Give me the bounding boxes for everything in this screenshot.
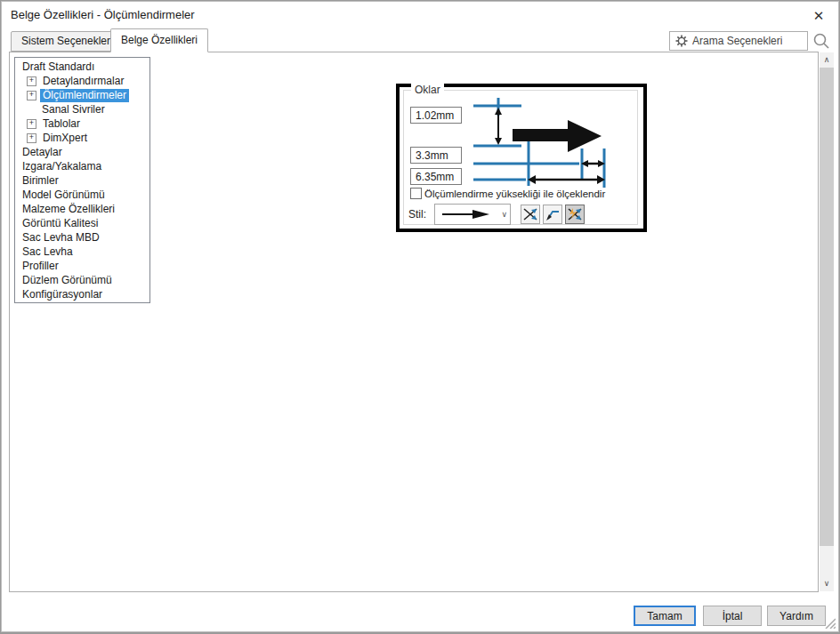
close-icon[interactable] (810, 7, 828, 25)
sidebar-item-sac-levha[interactable]: Sac Levha (15, 245, 149, 259)
search-input[interactable]: Arama Seçenekleri (669, 31, 808, 51)
dialog-title: Belge Özellikleri - Ölçümlendirmeler (11, 8, 195, 21)
sidebar-item-izgara-yakalama[interactable]: Izgara/Yakalama (15, 159, 149, 173)
arrow-style-label: Stil: (408, 208, 426, 221)
tab-document-properties[interactable]: Belge Özellikleri (110, 28, 208, 52)
expand-icon[interactable] (27, 133, 36, 143)
sidebar-item-draft-standardi[interactable]: Draft Standardı (15, 60, 149, 74)
sidebar-item-malzeme-ozellikleri[interactable]: Malzeme Özellikleri (15, 202, 149, 216)
sidebar-item-sanal-sivriler[interactable]: Sanal Sivriler (15, 102, 149, 116)
bent-leader-button[interactable] (543, 205, 562, 224)
scrollbar-thumb[interactable] (820, 68, 834, 546)
expand-icon[interactable] (27, 91, 36, 100)
gear-icon (675, 35, 688, 47)
scale-with-dimension-height-label: Ölçümlendirme yüksekliği ile ölçeklendir (424, 189, 605, 199)
sidebar-item-detaylandirmalar[interactable]: Detaylandırmalar (15, 74, 149, 88)
bent-leader-icon (545, 207, 561, 221)
sidebar-item-detaylar[interactable]: Detaylar (15, 145, 149, 159)
sidebar-item-goruntu-kalitesi[interactable]: Görüntü Kalitesi (15, 216, 149, 230)
sidebar-item-birimler[interactable]: Birimler (15, 173, 149, 188)
search-placeholder: Arama Seçenekleri (692, 35, 782, 47)
sidebar-item-profiller[interactable]: Profiller (15, 259, 149, 273)
smart-arrows-icon (567, 207, 583, 221)
arrows-outside-button[interactable] (521, 205, 540, 224)
chevron-down-icon (501, 210, 507, 219)
arrow-style-select[interactable] (434, 204, 511, 225)
vertical-scrollbar[interactable] (820, 52, 834, 591)
arrow-height-input[interactable]: 1.02mm (410, 107, 462, 124)
search-icon[interactable] (812, 32, 830, 50)
help-button[interactable]: Yardım (767, 606, 826, 626)
group-title: Oklar (411, 84, 444, 96)
arrow-style-preview-icon (440, 209, 490, 220)
cancel-button[interactable]: İptal (703, 606, 762, 626)
tab-system-options[interactable]: Sistem Seçenekleri (11, 31, 124, 52)
group-arrows: Oklar 1.02mm 3.3mm 6.35mm (403, 90, 638, 225)
smart-arrows-button[interactable] (565, 205, 585, 224)
expand-icon[interactable] (27, 76, 36, 86)
sidebar-item-dimxpert[interactable]: DimXpert (15, 131, 149, 145)
tab-system-options-label: Sistem Seçenekleri (21, 35, 113, 47)
arrows-outside-icon (522, 207, 538, 221)
arrow-length-input[interactable]: 6.35mm (410, 168, 462, 185)
dialog-window: Belge Özellikleri - Ölçümlendirmeler Sis… (1, 1, 839, 632)
scroll-down-icon[interactable] (820, 576, 834, 591)
ok-button[interactable]: Tamam (634, 606, 696, 626)
sidebar-item-sac-levha-mbd[interactable]: Sac Levha MBD (15, 230, 149, 245)
sidebar-item-model-gorunumu[interactable]: Model Görünümü (15, 188, 149, 202)
scroll-up-icon[interactable] (820, 52, 834, 68)
tab-document-properties-label: Belge Özellikleri (121, 34, 198, 46)
sidebar-item-tablolar[interactable]: Tablolar (15, 116, 149, 131)
sidebar-item-olcumlendirmeler[interactable]: Ölçümlendirmeler (15, 88, 149, 102)
sidebar-tree: Draft Standardı Detaylandırmalar Ölçümle… (14, 57, 150, 303)
expand-icon[interactable] (27, 119, 36, 129)
resize-grip[interactable] (824, 617, 836, 629)
sidebar-item-konfigurasyonlar[interactable]: Konfigürasyonlar (15, 287, 149, 301)
arrow-width-input[interactable]: 3.3mm (410, 147, 462, 164)
sidebar-item-duzlem-gorunumu[interactable]: Düzlem Görünümü (15, 273, 149, 287)
scale-with-dimension-height-checkbox[interactable] (410, 188, 422, 199)
arrow-diagram (466, 95, 634, 188)
